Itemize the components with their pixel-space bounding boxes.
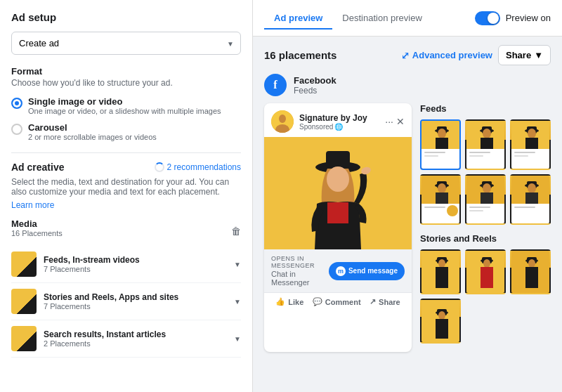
advanced-preview-button[interactable]: ⤢ Advanced preview [401,50,492,61]
svg-rect-31 [514,152,535,153]
radio-carousel-sublabel: 2 or more scrollable images or videos [28,133,157,141]
svg-point-53 [528,183,536,193]
thumb-feeds-title: Feeds [420,103,551,114]
ad-profile-name: Signature by Joy [299,113,367,123]
thumb-stories-1[interactable] [465,249,506,294]
more-options-icon[interactable]: ··· [385,116,393,127]
recommendations-text: 2 recommendations [167,162,241,172]
preview-tabs: Ad preview Destination preview [264,7,432,29]
share-chevron-icon: ▼ [534,50,543,60]
chevron-stories-icon: ▼ [234,298,241,306]
tab-ad-preview[interactable]: Ad preview [264,7,332,29]
left-panel: Ad setup Create ad ▼ Format Choose how y… [0,0,253,392]
preview-toggle-switch[interactable] [475,11,500,25]
send-message-button[interactable]: m Send message [329,262,405,280]
svg-rect-48 [469,210,483,211]
thumb-stories-0[interactable] [420,249,461,294]
svg-rect-60 [436,267,448,288]
learn-more-link[interactable]: Learn more [11,200,54,210]
media-title: Media [11,218,63,229]
svg-rect-40 [424,207,445,208]
comment-button[interactable]: 💬 Comment [313,297,361,306]
create-ad-select-wrapper: Create ad ▼ [11,32,241,55]
placement-item-search[interactable]: Search results, Instant articles 2 Place… [11,320,241,358]
right-header: Ad preview Destination preview Preview o… [253,0,562,37]
format-title: Format [11,66,241,77]
like-button[interactable]: 👍 Like [275,297,303,306]
share-button[interactable]: Share ▼ [498,45,551,65]
share-action-button[interactable]: ↗ Share [370,297,400,306]
thumb-stories-title: Stories and Reels [420,233,551,244]
thumb-section-feeds: Feeds [420,103,551,225]
avatar-image [271,110,294,133]
ad-card-header: Signature by Joy Sponsored 🌐 ··· ✕ [264,103,412,137]
svg-point-37 [438,183,446,193]
svg-rect-38 [436,192,448,204]
globe-icon: 🌐 [334,123,343,131]
trash-icon[interactable]: 🗑 [231,226,241,237]
radio-carousel[interactable]: Carousel 2 or more scrollable images or … [11,122,241,141]
svg-rect-23 [469,152,490,153]
thumb-stories-3[interactable] [420,299,461,344]
chevron-feeds-icon: ▼ [234,261,241,268]
svg-point-59 [438,259,445,268]
radio-carousel-circle [11,124,22,135]
placement-thumb-stories [11,289,37,314]
thumb-feeds-3[interactable] [420,174,461,225]
thumb-grid-stories-row2 [420,299,551,344]
svg-rect-54 [525,192,538,204]
cta-title: Chat in Messenger [271,270,329,287]
preview-content: 16 placements ⤢ Advanced preview Share ▼… [253,37,562,360]
placement-name-stories: Stories and Reels, Apps and sites [44,292,227,302]
platform-indicator: f Facebook Feeds [264,74,551,96]
messenger-icon: m [336,266,346,276]
svg-rect-24 [469,155,483,157]
thumb-section-stories: Stories and Reels [420,233,551,344]
ad-sponsored-label: Sponsored 🌐 [299,123,367,131]
cta-opens-in: OPENS IN MESSENGER [271,255,329,269]
svg-point-64 [483,259,490,268]
thumb-feeds-5[interactable] [510,174,551,225]
like-label: Like [288,298,303,306]
svg-point-13 [438,129,446,138]
like-icon: 👍 [275,297,285,306]
thumb-feeds-1[interactable] [465,119,506,170]
svg-rect-22 [481,138,493,149]
svg-rect-70 [525,267,538,288]
thumb-grid-stories [420,249,551,294]
close-ad-icon[interactable]: ✕ [396,116,405,127]
placement-item-feeds[interactable]: Feeds, In-stream videos 7 Placements ▼ [11,246,241,283]
thumb-feeds-2[interactable] [510,119,551,170]
divider-1 [11,152,241,153]
svg-point-21 [483,129,491,138]
svg-rect-75 [436,319,448,339]
placement-info-stories: Stories and Reels, Apps and sites 7 Plac… [44,292,227,311]
svg-rect-14 [436,138,448,149]
placements-header: 16 placements ⤢ Advanced preview Share ▼ [264,45,551,65]
svg-rect-32 [514,155,528,157]
radio-single-circle [11,98,22,109]
tab-destination-preview[interactable]: Destination preview [332,7,431,29]
ad-creative-header: Ad creative 2 recommendations [11,162,241,173]
radio-single[interactable]: Single image or video One image or video… [11,96,241,115]
media-header: Media 16 Placements 🗑 [11,218,241,243]
ad-setup-title: Ad setup [11,11,241,23]
share-action-label: Share [379,298,400,306]
thumb-feeds-0[interactable] [420,119,461,170]
placement-item-stories[interactable]: Stories and Reels, Apps and sites 7 Plac… [11,283,241,320]
create-ad-select[interactable]: Create ad [11,32,241,55]
ad-card-actions: ··· ✕ [385,116,405,127]
svg-rect-46 [481,192,493,204]
svg-point-45 [483,183,491,193]
placement-info-search: Search results, Instant articles 2 Place… [44,329,227,348]
media-placements-count: 16 Placements [11,229,63,237]
svg-rect-55 [514,207,535,208]
ad-creative-title: Ad creative [11,162,64,173]
ad-creative-description: Select the media, text and destination f… [11,177,241,197]
thumb-feeds-4[interactable] [465,174,506,225]
share-action-icon: ↗ [370,297,376,306]
thumb-grid-feeds-row2 [420,174,551,225]
chevron-search-icon: ▼ [234,335,241,343]
thumb-stories-2[interactable] [510,249,551,294]
placement-count-feeds: 7 Placements [44,265,227,273]
